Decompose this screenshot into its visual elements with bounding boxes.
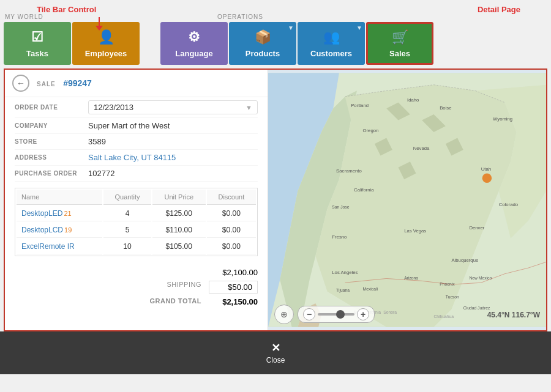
map-coordinates: 45.4°N 116.7°W	[487, 311, 540, 319]
svg-text:Nevada: Nevada	[413, 146, 430, 151]
close-label: Close	[266, 356, 285, 364]
svg-text:Denver: Denver	[469, 225, 484, 231]
map-container[interactable]: Portland Idaho Boise Wyoming Oregon Neva…	[268, 70, 546, 330]
product-num-1: 21	[64, 210, 71, 217]
svg-text:Los Angeles: Los Angeles	[332, 270, 358, 275]
address-row: ADDRESS Salt Lake City, UT 84115	[15, 150, 258, 166]
subtotal-row: $2,100.00	[15, 266, 258, 279]
employees-icon: 👤	[98, 29, 114, 45]
tile-language[interactable]: ⚙ Language	[160, 22, 228, 65]
shipping-row: SHIPPING $50.00	[15, 279, 258, 295]
purchase-order-value: 102772	[88, 169, 258, 178]
discount-1: $0.00	[207, 206, 256, 221]
svg-text:Ciudad Juárez: Ciudad Juárez	[463, 306, 490, 310]
close-button[interactable]: ✕ Close	[266, 341, 285, 364]
order-date-label: ORDER DATE	[15, 104, 88, 111]
product-link-1[interactable]: DesktopLED	[21, 209, 62, 218]
tile-language-label: Language	[175, 49, 212, 58]
tile-customers-label: Customers	[310, 49, 352, 58]
address-value[interactable]: Salt Lake City, UT 84115	[88, 153, 258, 162]
svg-text:Tijuana: Tijuana	[336, 288, 350, 293]
detailpage-annotation-label: Detail Page	[478, 5, 520, 14]
product-link-3[interactable]: ExcelRemote IR	[21, 242, 75, 251]
col-quantity: Quantity	[103, 190, 151, 205]
grand-total-label: GRAND TOTAL	[149, 297, 201, 306]
discount-3: $0.00	[207, 239, 256, 254]
order-date-value: 12/23/2013	[94, 103, 133, 112]
products-icon: 📦	[255, 29, 271, 45]
svg-text:Las Vegas: Las Vegas	[404, 228, 426, 234]
map-svg: Portland Idaho Boise Wyoming Oregon Neva…	[268, 70, 546, 330]
store-row: STORE 3589	[15, 134, 258, 150]
tasks-icon: ☑	[31, 29, 43, 45]
product-name-2: DesktopLCD19	[17, 223, 102, 238]
map-controls: ⊕ − +	[274, 305, 375, 324]
product-link-2[interactable]: DesktopLCD	[21, 226, 63, 234]
sale-label: SALE	[37, 81, 56, 87]
svg-text:Tucson: Tucson	[446, 295, 459, 299]
table-row: DesktopLCD19 5 $110.00 $0.00	[17, 223, 256, 238]
close-x-icon: ✕	[271, 341, 280, 355]
quantity-2: 5	[103, 223, 151, 238]
store-value: 3589	[88, 137, 258, 146]
main-content: ← SALE #99247 ORDER DATE 12/23/2013 ▼ CO…	[4, 68, 547, 331]
tile-products[interactable]: 📦 Products ▼	[229, 22, 296, 65]
store-label: STORE	[15, 138, 88, 145]
map-pan-button[interactable]: ⊕	[274, 305, 294, 324]
back-button[interactable]: ←	[12, 75, 29, 92]
col-discount: Discount	[207, 190, 256, 205]
zoom-out-button[interactable]: −	[303, 308, 315, 320]
svg-text:Sonora: Sonora	[383, 310, 397, 314]
customers-dropdown-arrow[interactable]: ▼	[356, 24, 362, 31]
tile-employees-label: Employees	[85, 49, 127, 58]
map-panel: Portland Idaho Boise Wyoming Oregon Neva…	[268, 70, 546, 330]
col-unit-price: Unit Price	[152, 190, 206, 205]
tile-sales-label: Sales	[389, 49, 410, 58]
svg-text:Boise: Boise	[440, 105, 451, 111]
sales-icon: 🛒	[392, 29, 408, 45]
company-label: COMPANY	[15, 122, 88, 129]
svg-text:Fresno: Fresno	[332, 234, 347, 240]
order-table: Name Quantity Unit Price Discount Deskto…	[15, 188, 258, 256]
bottom-bar: ✕ Close	[0, 331, 551, 374]
order-date-row: ORDER DATE 12/23/2013 ▼	[15, 97, 258, 118]
purchase-order-row: PURCHASE ORDER 102772	[15, 166, 258, 182]
svg-text:Wyoming: Wyoming	[493, 116, 512, 122]
grand-total-value: $2,150.00	[209, 297, 258, 306]
svg-text:Oregon: Oregon	[363, 128, 379, 133]
tile-employees[interactable]: 👤 Employees	[72, 22, 140, 65]
svg-text:Idaho: Idaho	[407, 97, 419, 103]
table-row: DesktopLED21 4 $125.00 $0.00	[17, 206, 256, 221]
quantity-1: 4	[103, 206, 151, 221]
zoom-in-button[interactable]: +	[357, 308, 369, 320]
tile-tasks[interactable]: ☑ Tasks	[4, 22, 71, 65]
unit-price-2: $110.00	[152, 223, 206, 238]
tilebar-annotation-label: Tile Bar Control	[37, 5, 96, 14]
svg-text:Utah: Utah	[481, 166, 491, 172]
svg-text:Mexicali: Mexicali	[363, 287, 378, 291]
company-row: COMPANY Super Mart of the West	[15, 118, 258, 134]
product-name-3: ExcelRemote IR	[17, 239, 102, 254]
zoom-handle	[336, 310, 345, 319]
sale-header: ← SALE #99247	[5, 70, 268, 97]
product-name-1: DesktopLED21	[17, 206, 102, 221]
zoom-controls: − +	[298, 306, 375, 323]
product-num-2: 19	[64, 226, 72, 234]
order-date-input[interactable]: 12/23/2013 ▼	[88, 100, 258, 114]
svg-text:California: California	[354, 187, 374, 193]
unit-price-1: $125.00	[152, 206, 206, 221]
svg-text:Chihuahua: Chihuahua	[433, 314, 454, 319]
zoom-slider[interactable]	[318, 313, 354, 316]
shipping-value[interactable]: $50.00	[209, 281, 258, 294]
table-row: ExcelRemote IR 10 $105.00 $0.00	[17, 239, 256, 254]
products-dropdown-arrow[interactable]: ▼	[288, 24, 294, 31]
purchase-order-label: PURCHASE ORDER	[15, 170, 88, 177]
svg-text:San Jose: San Jose	[332, 205, 349, 209]
svg-text:Colorado: Colorado	[499, 202, 518, 207]
tile-customers[interactable]: 👥 Customers ▼	[298, 22, 365, 65]
tile-sales[interactable]: 🛒 Sales	[366, 22, 433, 65]
address-label: ADDRESS	[15, 154, 88, 161]
grand-total-row: GRAND TOTAL $2,150.00	[15, 295, 258, 308]
svg-marker-1	[96, 26, 103, 31]
form-section: ORDER DATE 12/23/2013 ▼ COMPANY Super Ma…	[5, 97, 268, 182]
